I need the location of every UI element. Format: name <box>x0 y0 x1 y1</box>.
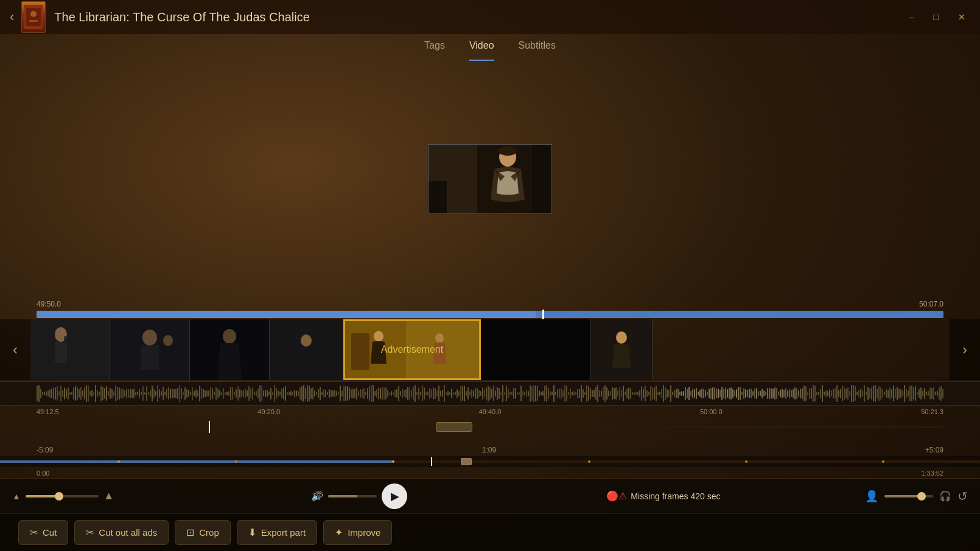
brightness-high-icon: ▲ <box>103 490 114 502</box>
title-bar: ‹ The Librarian: The Curse Of The Judas … <box>0 0 980 34</box>
crop-label: Crop <box>199 527 219 538</box>
missing-frames-text: Missing frames 420 sec <box>631 491 720 501</box>
time-label-4: 50:00.0 <box>700 408 723 415</box>
film-frame-3 <box>190 319 270 380</box>
svg-rect-9 <box>429 181 447 214</box>
export-button[interactable]: ⬇ Export part <box>237 520 317 545</box>
svg-rect-34 <box>481 319 590 380</box>
cut-all-ads-button[interactable]: ✂ Cut out all ads <box>74 520 169 545</box>
scrubber-progress <box>37 311 536 318</box>
tab-video[interactable]: Video <box>469 40 494 61</box>
mini-marker-6 <box>882 460 884 463</box>
headphones-icon: 🎧 <box>939 490 951 502</box>
timeline-section: 49:50.0 50:07.0 ‹ <box>0 297 980 478</box>
zoom-handle[interactable] <box>436 422 472 432</box>
svg-rect-3 <box>29 20 38 22</box>
waveform-bars: // Generate waveform bars via JS after D… <box>37 382 943 405</box>
maximize-button[interactable]: □ <box>929 10 943 24</box>
volume-slider[interactable] <box>328 495 377 497</box>
speed-fill <box>884 495 919 497</box>
svg-rect-23 <box>190 319 269 380</box>
brightness-fill <box>26 495 58 497</box>
svg-rect-15 <box>30 319 110 380</box>
tabs-container: Tags Video Subtitles <box>0 34 980 61</box>
improve-icon: ✦ <box>335 527 343 538</box>
brightness-low-icon: ▲ <box>12 491 21 501</box>
mini-timeline-markers: 0:00 1:33:52 <box>0 468 980 478</box>
zoom-left: -5:09 <box>37 446 53 454</box>
minimize-button[interactable]: – <box>905 10 919 24</box>
film-frame-6 <box>481 319 591 380</box>
tab-tags[interactable]: Tags <box>424 40 445 61</box>
improve-label: Improve <box>348 527 380 538</box>
volume-control: ▲ ▲ <box>12 490 182 502</box>
svg-point-33 <box>435 333 444 343</box>
zoom-scrubber-area[interactable] <box>37 426 943 444</box>
volume-fill <box>328 495 357 497</box>
person-icon: 👤 <box>865 490 878 503</box>
mini-marker-5 <box>745 460 747 463</box>
svg-rect-10 <box>532 145 552 214</box>
video-frame-inner <box>429 145 551 213</box>
film-frame-1 <box>30 319 110 380</box>
brightness-thumb[interactable] <box>55 492 63 501</box>
window-controls: – □ ✕ <box>905 10 970 24</box>
mini-marker-3 <box>392 460 394 463</box>
svg-rect-31 <box>351 333 369 370</box>
mini-playhead <box>431 457 432 466</box>
close-button[interactable]: ✕ <box>953 10 970 24</box>
cut-all-label: Cut out all ads <box>99 527 157 538</box>
cut-all-icon: ✂ <box>86 527 94 538</box>
speed-thumb[interactable] <box>917 492 926 501</box>
ad-label: Advertisement <box>381 344 443 355</box>
video-frame[interactable] <box>428 144 552 214</box>
svg-point-36 <box>616 331 627 344</box>
svg-point-32 <box>374 331 383 342</box>
bottom-toolbar: ✂ Cut ✂ Cut out all ads ⊡ Crop ⬇ Export … <box>0 513 980 551</box>
waveform-container: // Generate waveform bars via JS after D… <box>0 381 980 406</box>
speed-slider[interactable] <box>884 495 933 497</box>
movie-title: The Librarian: The Curse Of The Judas Ch… <box>54 10 904 24</box>
time-label-5: 50:21.3 <box>921 408 943 415</box>
svg-point-8 <box>499 146 517 156</box>
svg-rect-27 <box>270 319 343 380</box>
video-preview-area <box>0 61 980 297</box>
tab-subtitles[interactable]: Subtitles <box>519 40 556 61</box>
film-frame-ad: Advertisement <box>343 319 481 380</box>
play-button[interactable]: ▶ <box>382 483 407 509</box>
mini-time-start: 0:00 <box>37 470 49 477</box>
zoom-center: 1:09 <box>482 446 496 454</box>
mini-marker-4 <box>588 460 590 463</box>
prev-frame-button[interactable]: ‹ <box>0 319 30 380</box>
export-icon: ⬇ <box>248 527 256 538</box>
improve-button[interactable]: ✦ Improve <box>323 520 392 545</box>
play-icon: ▶ <box>391 490 399 503</box>
reset-icon[interactable]: ↺ <box>957 489 968 504</box>
mini-timeline[interactable] <box>0 456 980 467</box>
zoom-right: +5:09 <box>925 446 943 454</box>
film-frame-2 <box>110 319 190 380</box>
volume-icon[interactable]: 🔊 <box>311 490 323 502</box>
cut-label: Cut <box>43 527 57 538</box>
scrubber-bar[interactable] <box>37 311 943 318</box>
film-frame-4 <box>270 319 343 380</box>
back-button[interactable]: ‹ <box>10 9 14 25</box>
svg-point-2 <box>30 11 37 17</box>
crop-button[interactable]: ⊡ Crop <box>175 520 231 545</box>
time-label-3: 49:40.0 <box>479 408 502 415</box>
movie-poster <box>21 1 46 33</box>
filmstrip-container: ‹ <box>0 319 980 380</box>
time-labels-row: 49:12.5 49:20.0 49:40.0 50:00.0 50:21.3 <box>0 406 980 418</box>
next-frame-button[interactable]: › <box>950 319 980 380</box>
svg-rect-20 <box>110 319 189 380</box>
time-marker-right: 50:07.0 <box>919 300 943 308</box>
time-label-2: 49:20.0 <box>257 408 280 415</box>
mini-scrub-thumb[interactable] <box>461 458 472 465</box>
warning-icon: 🔴⚠ <box>606 490 627 502</box>
brightness-slider[interactable] <box>26 495 99 497</box>
time-label-1: 49:12.5 <box>37 408 59 415</box>
scrubber-handle[interactable] <box>542 310 544 319</box>
cut-button[interactable]: ✂ Cut <box>18 520 68 545</box>
zoom-labels: -5:09 1:09 +5:09 <box>0 445 980 455</box>
mini-time-end: 1:33:52 <box>921 470 943 477</box>
